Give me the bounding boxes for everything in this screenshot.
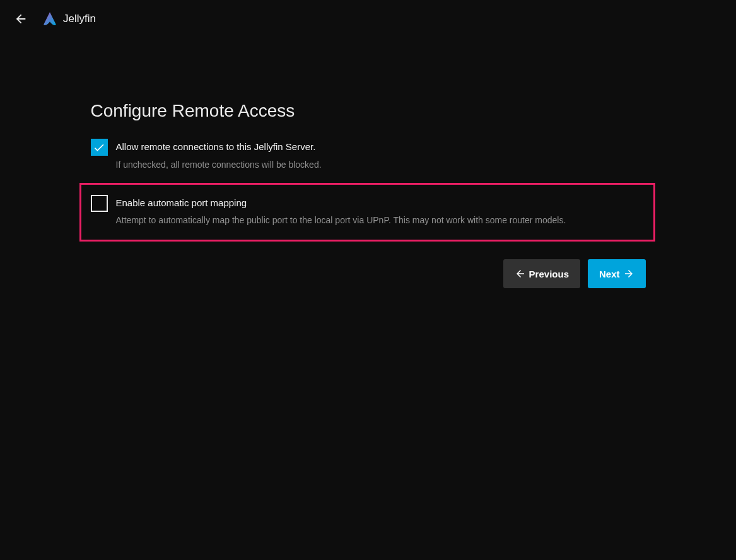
header: Jellyfin — [0, 0, 736, 38]
auto-port-mapping-text: Enable automatic port mapping Attempt to… — [116, 195, 566, 228]
next-button[interactable]: Next — [588, 259, 646, 288]
auto-port-mapping-checkbox[interactable] — [91, 195, 108, 212]
back-button[interactable] — [11, 9, 30, 28]
main-content: Configure Remote Access Allow remote con… — [78, 38, 658, 288]
next-button-label: Next — [599, 269, 620, 279]
arrow-left-icon — [14, 12, 28, 26]
allow-remote-option: Allow remote connections to this Jellyfi… — [91, 139, 646, 172]
allow-remote-checkbox[interactable] — [91, 139, 108, 156]
highlighted-option-container: Enable automatic port mapping Attempt to… — [79, 183, 655, 242]
allow-remote-description: If unchecked, all remote connections wil… — [116, 158, 322, 172]
arrow-right-icon — [623, 268, 634, 279]
arrow-left-small-icon — [515, 268, 526, 279]
auto-port-mapping-description: Attempt to automatically map the public … — [116, 214, 566, 227]
previous-button[interactable]: Previous — [503, 259, 580, 288]
brand-name: Jellyfin — [63, 13, 96, 25]
allow-remote-label: Allow remote connections to this Jellyfi… — [116, 139, 322, 155]
check-icon — [93, 141, 105, 154]
buttons-row: Previous Next — [91, 259, 646, 288]
auto-port-mapping-label: Enable automatic port mapping — [116, 195, 566, 211]
previous-button-label: Previous — [529, 269, 569, 279]
auto-port-mapping-option: Enable automatic port mapping Attempt to… — [91, 195, 644, 228]
jellyfin-logo-icon — [42, 11, 58, 27]
page-title: Configure Remote Access — [91, 101, 646, 121]
allow-remote-text: Allow remote connections to this Jellyfi… — [116, 139, 322, 172]
brand: Jellyfin — [42, 11, 96, 27]
